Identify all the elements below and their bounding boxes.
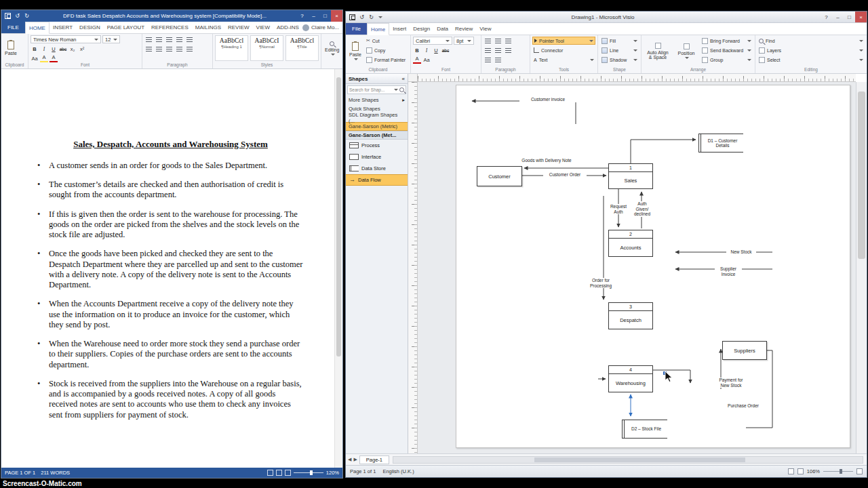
strikethrough-button[interactable]: abc — [59, 45, 67, 53]
italic-button[interactable]: I — [40, 45, 48, 53]
print-layout-icon[interactable] — [276, 470, 282, 476]
visio-tab-view[interactable]: View — [476, 23, 494, 35]
page-indicator[interactable]: Page 1 of 1 — [350, 468, 376, 474]
group-button[interactable]: Group — [701, 56, 753, 64]
align-right-icon[interactable] — [165, 45, 174, 53]
dfd-entity-customer[interactable]: Customer — [477, 166, 522, 186]
subscript-button[interactable]: x₂ — [68, 45, 77, 53]
prev-page-icon[interactable]: ◀ — [348, 457, 351, 462]
stencil-shape-data-flow[interactable]: → Data Flow — [346, 174, 408, 186]
help-button[interactable]: ? — [296, 10, 308, 22]
decrease-indent-icon[interactable] — [175, 35, 184, 43]
flow-label-new-stock[interactable]: New Stock — [726, 249, 756, 255]
word-tab-insert[interactable]: INSERT — [50, 22, 76, 33]
word-tab-design[interactable]: DESIGN — [76, 22, 104, 33]
flow-label-goods-delivery-note[interactable]: Goods with Delivery Note — [515, 158, 578, 163]
shadow-button[interactable]: Shadow — [600, 56, 639, 64]
align-center-icon[interactable] — [494, 37, 502, 45]
cut-button[interactable]: ✂ Cut — [365, 37, 407, 45]
position-button[interactable]: Position — [674, 37, 698, 66]
visio-tab-design[interactable]: Design — [410, 23, 433, 35]
underline-button[interactable]: U — [432, 46, 440, 54]
superscript-button[interactable]: x² — [78, 45, 86, 53]
redo-icon[interactable]: ↻ — [368, 14, 375, 21]
word-tab-view[interactable]: VIEW — [253, 22, 273, 33]
style-title[interactable]: AaBbCcl ¶Title — [285, 35, 319, 61]
text-tool-button[interactable]: A Text — [532, 56, 595, 64]
send-backward-button[interactable]: Send Backward — [701, 46, 753, 54]
zoom-slider[interactable] — [294, 472, 323, 473]
dfd-process-despatch[interactable]: 3 Despatch — [608, 302, 653, 329]
redo-icon[interactable]: ↻ — [23, 12, 31, 20]
word-tab-review[interactable]: REVIEW — [224, 22, 253, 33]
word-tab-page-layout[interactable]: PAGE LAYOUT — [104, 22, 148, 33]
scrollbar-thumb[interactable] — [534, 458, 745, 462]
dfd-process-warehousing[interactable]: 4 Warehousing — [608, 365, 653, 392]
account-signin[interactable]: Claire Mo... — [302, 22, 342, 33]
flow-label-order-for-processing[interactable]: Order for Processing — [585, 278, 616, 288]
line-button[interactable]: Line — [600, 46, 639, 54]
word-page[interactable]: Sales, Despatch, Accounts and Warehousin… — [1, 69, 334, 468]
flow-label-purchase-order[interactable]: Purchase Order — [723, 403, 764, 409]
editing-button[interactable]: Editing — [323, 35, 340, 61]
connector-button[interactable]: Connector — [532, 46, 595, 54]
collapse-panel-icon[interactable]: « — [402, 76, 405, 82]
page-tab[interactable]: Page-1 — [359, 455, 389, 464]
dfd-process-sales[interactable]: 1 Sales — [608, 163, 653, 189]
save-icon[interactable] — [349, 14, 356, 21]
visio-tab-review[interactable]: Review — [452, 23, 476, 35]
save-icon[interactable] — [4, 12, 12, 20]
stencil-shape-interface[interactable]: Interface — [346, 151, 408, 163]
undo-icon[interactable]: ↺ — [14, 12, 21, 20]
pointer-tool-button[interactable]: Pointer Tool — [532, 37, 595, 45]
macro-icon[interactable] — [788, 468, 794, 474]
zoom-slider-thumb[interactable] — [310, 470, 313, 475]
style-heading1[interactable]: AaBbCcl ¶Heading 1 — [215, 35, 248, 61]
visio-tab-file[interactable]: File — [346, 23, 367, 35]
flow-label-supplier-invoice[interactable]: Supplier Invoice — [715, 266, 742, 277]
layers-button[interactable]: Layers — [757, 46, 865, 54]
font-name-select[interactable]: Calibri — [413, 37, 452, 45]
flow-label-auth-given-declined[interactable]: Auth Given/ declined — [631, 201, 654, 217]
bold-button[interactable]: B — [31, 45, 39, 53]
justify-icon[interactable] — [175, 45, 184, 53]
visio-vertical-scrollbar[interactable] — [856, 82, 867, 453]
bullets-icon[interactable] — [484, 56, 492, 64]
stencil-header[interactable]: Gane-Sarson (Met... — [346, 131, 408, 140]
undo-icon[interactable]: ↺ — [358, 14, 366, 21]
visio-tab-data[interactable]: Data — [433, 23, 452, 35]
word-tab-mailings[interactable]: MAILINGS — [192, 22, 224, 33]
fill-button[interactable]: Fill — [600, 37, 639, 45]
next-page-icon[interactable]: ▶ — [353, 457, 357, 462]
dfd-datastore-d1[interactable]: D1 – Customer Details — [698, 134, 743, 152]
numbering-icon[interactable] — [155, 35, 163, 43]
paste-button[interactable]: Paste — [3, 35, 18, 61]
dfd-datastore-d2[interactable]: D2 – Stock File — [622, 420, 667, 439]
dfd-process-accounts[interactable]: 2 Accounts — [608, 230, 653, 257]
align-middle-icon[interactable] — [494, 46, 502, 54]
font-name-select[interactable]: Times New Roman — [31, 35, 101, 43]
fit-page-icon[interactable] — [856, 468, 863, 474]
bold-button[interactable]: B — [413, 46, 421, 54]
align-top-icon[interactable] — [484, 46, 492, 54]
scrollbar-thumb[interactable] — [858, 92, 865, 259]
font-size-select[interactable]: 8pt — [454, 37, 474, 45]
flow-label-request-auth[interactable]: Request Auth — [607, 204, 630, 214]
qat-customize-icon[interactable] — [378, 16, 382, 18]
bullets-icon[interactable] — [144, 35, 153, 43]
flow-label-payment-new-stock[interactable]: Payment for New Stock — [715, 378, 747, 388]
minimize-button[interactable]: – — [308, 10, 319, 22]
align-left-icon[interactable] — [144, 45, 153, 53]
paste-button[interactable]: Paste — [348, 37, 363, 66]
font-color-button[interactable]: A — [413, 56, 421, 64]
minimize-button[interactable]: – — [832, 12, 844, 22]
sdl-diagram-shapes-item[interactable]: SDL Diagram Shapes (... — [346, 113, 408, 122]
line-spacing-icon[interactable] — [185, 45, 194, 53]
close-button[interactable]: × — [855, 12, 867, 22]
visio-horizontal-scrollbar[interactable] — [393, 456, 863, 464]
align-left-icon[interactable] — [484, 37, 492, 45]
word-tab-add-ins[interactable]: ADD-INS — [273, 22, 302, 33]
copy-button[interactable]: Copy — [365, 46, 407, 54]
style-normal[interactable]: AaBbCcI ¶Normal — [250, 35, 283, 61]
language-indicator[interactable]: English (U.K.) — [382, 468, 414, 474]
